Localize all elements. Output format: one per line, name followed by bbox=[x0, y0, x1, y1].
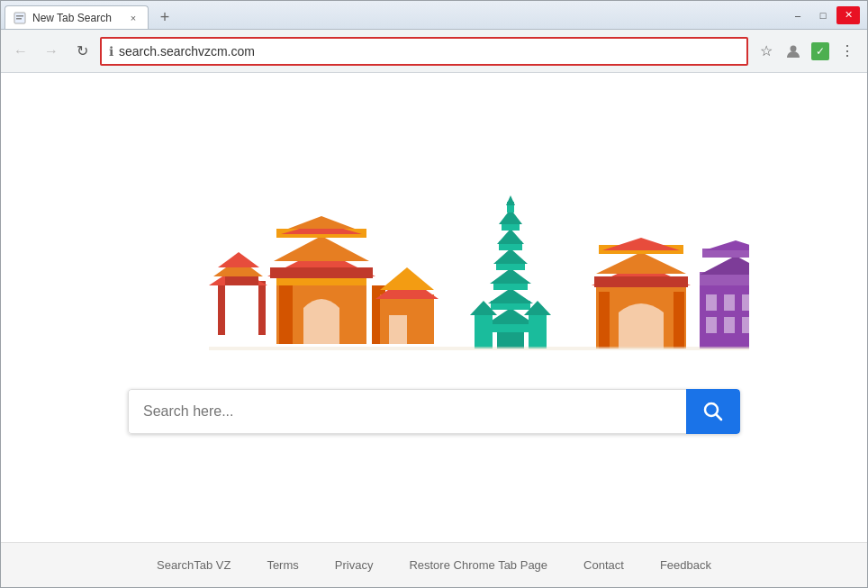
person-icon bbox=[785, 43, 801, 59]
tab-close-button[interactable]: × bbox=[126, 11, 140, 25]
svg-marker-46 bbox=[596, 252, 686, 274]
footer-link-privacy[interactable]: Privacy bbox=[335, 558, 374, 572]
menu-icon: ⋮ bbox=[840, 42, 854, 59]
svg-marker-59 bbox=[700, 256, 749, 275]
svg-line-69 bbox=[716, 414, 721, 420]
svg-rect-1 bbox=[16, 15, 23, 17]
minimize-button[interactable]: – bbox=[786, 6, 809, 24]
address-text: search.searchvzcm.com bbox=[119, 44, 739, 59]
search-button[interactable] bbox=[686, 389, 740, 434]
maximize-button[interactable]: □ bbox=[811, 6, 835, 24]
svg-marker-32 bbox=[493, 249, 528, 264]
svg-rect-58 bbox=[742, 317, 749, 333]
svg-rect-55 bbox=[742, 294, 749, 311]
svg-marker-17 bbox=[288, 216, 355, 229]
reload-button[interactable]: ↻ bbox=[69, 39, 95, 64]
main-content bbox=[1, 73, 867, 542]
close-button[interactable]: ✕ bbox=[836, 6, 860, 24]
footer-link-restore[interactable]: Restore Chrome Tab Page bbox=[409, 558, 547, 572]
svg-marker-38 bbox=[506, 195, 515, 205]
svg-marker-61 bbox=[704, 240, 749, 250]
svg-rect-67 bbox=[209, 347, 749, 350]
back-button[interactable]: ← bbox=[8, 39, 33, 64]
svg-marker-14 bbox=[274, 236, 369, 261]
search-input[interactable] bbox=[128, 389, 686, 434]
toolbar: ← → ↻ ℹ search.searchvzcm.com ☆ ✓ bbox=[1, 30, 867, 73]
search-container bbox=[128, 389, 740, 434]
svg-rect-56 bbox=[706, 317, 717, 333]
svg-rect-4 bbox=[218, 281, 225, 335]
title-bar: New Tab Search × + – □ ✕ bbox=[1, 1, 867, 30]
extension-icon-button[interactable]: ✓ bbox=[808, 39, 833, 64]
svg-point-3 bbox=[791, 45, 797, 51]
svg-rect-41 bbox=[529, 312, 547, 348]
svg-rect-2 bbox=[16, 18, 22, 20]
forward-button[interactable]: → bbox=[39, 39, 64, 64]
tab-title: New Tab Search bbox=[32, 12, 121, 24]
toolbar-actions: ☆ ✓ ⋮ bbox=[754, 39, 860, 64]
bookmark-star-button[interactable]: ☆ bbox=[754, 39, 779, 64]
new-tab-button[interactable]: + bbox=[152, 5, 177, 29]
window-controls: – □ ✕ bbox=[786, 6, 863, 24]
menu-button[interactable]: ⋮ bbox=[835, 39, 860, 64]
footer-link-contact[interactable]: Contact bbox=[583, 558, 624, 572]
svg-marker-26 bbox=[486, 308, 535, 324]
svg-rect-49 bbox=[599, 292, 610, 348]
svg-marker-28 bbox=[488, 288, 533, 303]
footer-link-terms[interactable]: Terms bbox=[267, 558, 298, 572]
extension-icon: ✓ bbox=[811, 42, 829, 60]
search-icon bbox=[703, 402, 723, 421]
browser-tab[interactable]: New Tab Search × bbox=[5, 5, 149, 29]
svg-rect-23 bbox=[389, 315, 407, 344]
svg-rect-13 bbox=[270, 267, 373, 278]
address-bar[interactable]: ℹ search.searchvzcm.com bbox=[100, 37, 748, 66]
tab-strip: New Tab Search × + bbox=[5, 1, 786, 29]
svg-rect-39 bbox=[475, 312, 493, 348]
svg-marker-34 bbox=[497, 229, 524, 244]
footer-link-searchtab-vz[interactable]: SearchTab VZ bbox=[157, 558, 231, 572]
svg-rect-24 bbox=[497, 330, 524, 348]
skyline-illustration bbox=[119, 182, 749, 362]
profile-button[interactable] bbox=[781, 39, 806, 64]
footer: SearchTab VZ Terms Privacy Restore Chrom… bbox=[1, 542, 867, 587]
svg-rect-53 bbox=[706, 294, 717, 311]
svg-rect-18 bbox=[279, 285, 293, 344]
svg-marker-30 bbox=[490, 268, 531, 284]
browser-window: New Tab Search × + – □ ✕ ← → ↻ ℹ search.… bbox=[0, 0, 868, 588]
svg-rect-54 bbox=[724, 294, 735, 311]
svg-rect-5 bbox=[258, 281, 266, 335]
svg-rect-50 bbox=[674, 292, 684, 348]
svg-marker-9 bbox=[218, 252, 259, 267]
svg-rect-45 bbox=[594, 276, 688, 287]
svg-marker-48 bbox=[602, 238, 680, 250]
svg-marker-22 bbox=[380, 267, 434, 290]
tab-favicon bbox=[13, 11, 27, 25]
footer-link-feedback[interactable]: Feedback bbox=[660, 558, 711, 572]
info-icon: ℹ bbox=[109, 44, 113, 59]
star-icon: ☆ bbox=[760, 42, 773, 59]
svg-rect-57 bbox=[724, 317, 735, 333]
svg-rect-7 bbox=[225, 276, 258, 285]
